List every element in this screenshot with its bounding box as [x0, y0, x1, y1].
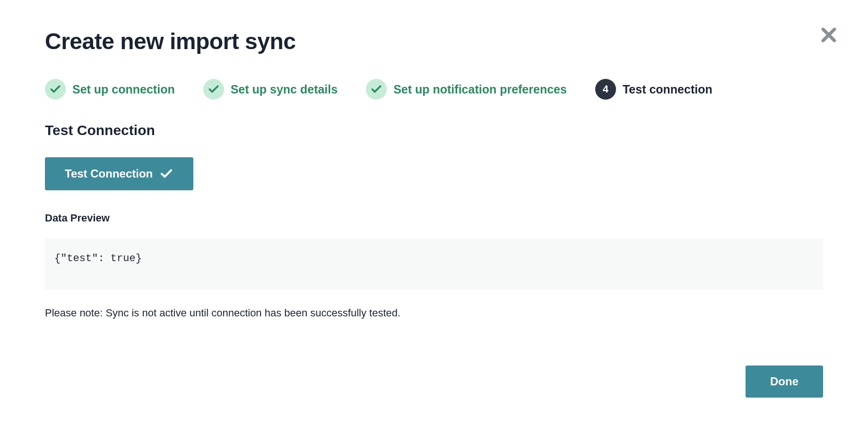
footer: Done	[746, 366, 823, 398]
close-button[interactable]	[820, 26, 837, 45]
step-label: Test connection	[623, 83, 712, 96]
step-sync-details[interactable]: Set up sync details	[203, 79, 338, 100]
test-connection-label: Test Connection	[65, 167, 153, 180]
test-connection-button[interactable]: Test Connection	[45, 157, 193, 190]
check-icon	[159, 167, 174, 181]
step-connection[interactable]: Set up connection	[45, 79, 175, 100]
stepper: Set up connection Set up sync details Se…	[45, 79, 823, 100]
done-button[interactable]: Done	[746, 366, 823, 398]
step-label: Set up connection	[72, 83, 175, 96]
data-preview-box: {"test": true}	[45, 238, 823, 290]
step-notification-preferences[interactable]: Set up notification preferences	[366, 79, 567, 100]
data-preview-label: Data Preview	[45, 212, 823, 224]
check-circle-icon	[45, 79, 66, 100]
check-circle-icon	[366, 79, 387, 100]
close-icon	[820, 26, 837, 43]
page-title: Create new import sync	[45, 28, 823, 54]
step-number-badge: 4	[595, 79, 616, 100]
note-text: Please note: Sync is not active until co…	[45, 307, 823, 319]
step-test-connection[interactable]: 4 Test connection	[595, 79, 712, 100]
check-circle-icon	[203, 79, 224, 100]
step-label: Set up notification preferences	[393, 83, 567, 96]
step-label: Set up sync details	[231, 83, 338, 96]
section-title: Test Connection	[45, 122, 823, 138]
